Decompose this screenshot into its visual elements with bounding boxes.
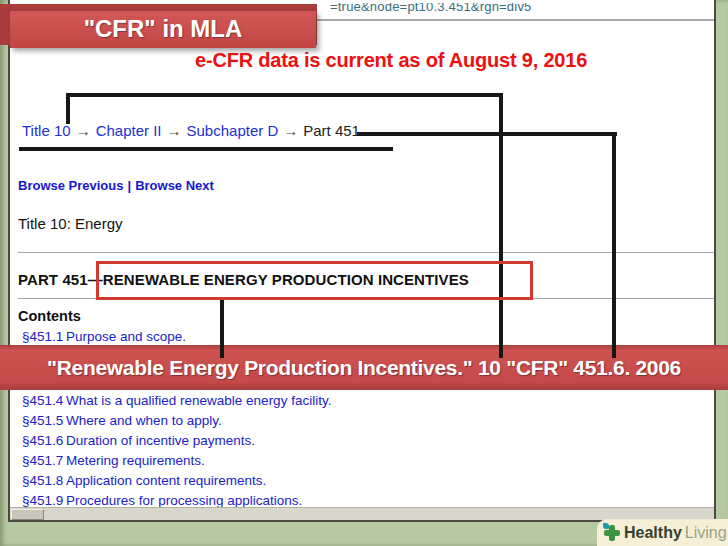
address-bar[interactable]: =true&node=pt10.3.451&rgn=div5 — [330, 3, 630, 18]
contents-item-451-4[interactable]: §451.4What is a qualified renewable ener… — [22, 391, 331, 411]
watermark-brand-light: Living — [685, 524, 727, 542]
browse-next-link[interactable]: Browse Next — [135, 178, 214, 193]
watermark-brand-bold: Healthy — [624, 524, 682, 542]
plus-cross-icon — [603, 524, 621, 542]
horizontal-rule — [18, 252, 714, 253]
annotation-highlight-box — [96, 261, 533, 300]
section-number: §451.4 — [22, 391, 66, 411]
breadcrumb-link-chapter[interactable]: Chapter II — [96, 122, 162, 139]
section-title: Application content requirements. — [66, 473, 266, 488]
section-number: §451.8 — [22, 471, 66, 491]
annotation-bracket-top-line — [66, 93, 503, 97]
contents-item-451-1[interactable]: §451.1Purpose and scope. — [22, 329, 186, 344]
title-banner: "CFR" in MLA — [10, 11, 316, 48]
section-title: Procedures for processing applications. — [66, 493, 302, 508]
section-number: §451.1 — [22, 329, 66, 344]
contents-item-451-8[interactable]: §451.8Application content requirements. — [22, 471, 331, 491]
breadcrumb-arrow-icon: → — [162, 122, 187, 139]
annotation-vertical-line-right — [612, 132, 616, 358]
contents-item-451-7[interactable]: §451.7Metering requirements. — [22, 451, 331, 471]
citation-banner: "Renewable Energy Production Incentives.… — [0, 345, 728, 390]
breadcrumb-arrow-icon: → — [71, 122, 96, 139]
annotation-breadcrumb-underline — [19, 147, 393, 151]
currency-notice: e-CFR data is current as of August 9, 20… — [195, 49, 587, 72]
section-title: Duration of incentive payments. — [66, 433, 255, 448]
section-title: Purpose and scope. — [66, 329, 186, 344]
breadcrumb-link-title10[interactable]: Title 10 — [22, 122, 71, 139]
scrollbar-thumb[interactable] — [11, 509, 44, 520]
page-title: Title 10: Energy — [18, 215, 123, 232]
annotation-bracket-left-line — [66, 93, 70, 124]
section-title: Where and when to apply. — [66, 413, 222, 428]
contents-list: §451.4What is a qualified renewable ener… — [22, 391, 331, 511]
breadcrumb-current-part: Part 451 — [303, 122, 360, 139]
section-number: §451.5 — [22, 411, 66, 431]
healthy-living-watermark: Healthy Living — [597, 519, 728, 546]
contents-item-451-6[interactable]: §451.6Duration of incentive payments. — [22, 431, 331, 451]
annotation-redbox-drop-line — [220, 299, 224, 358]
contents-heading: Contents — [18, 308, 81, 324]
section-title: Metering requirements. — [66, 453, 205, 468]
browse-previous-link[interactable]: Browse Previous — [18, 178, 124, 193]
section-title: What is a qualified renewable energy fac… — [66, 393, 331, 408]
section-number: §451.6 — [22, 431, 66, 451]
breadcrumb-arrow-icon: → — [278, 122, 303, 139]
part-heading-prefix: PART 451— — [18, 271, 103, 288]
browse-nav: Browse Previous|Browse Next — [18, 178, 214, 193]
section-number: §451.7 — [22, 451, 66, 471]
breadcrumb-link-subchapter[interactable]: Subchapter D — [187, 122, 279, 139]
address-url-text: =true&node=pt10.3.451&rgn=div5 — [330, 3, 630, 14]
browse-nav-divider: | — [124, 178, 136, 193]
contents-item-451-5[interactable]: §451.5Where and when to apply. — [22, 411, 331, 431]
screenshot-root: =true&node=pt10.3.451&rgn=div5 e-CFR dat… — [0, 0, 728, 546]
annotation-part451-horizontal-line — [357, 132, 617, 136]
breadcrumb: Title 10→Chapter II→Subchapter D→Part 45… — [22, 122, 360, 139]
